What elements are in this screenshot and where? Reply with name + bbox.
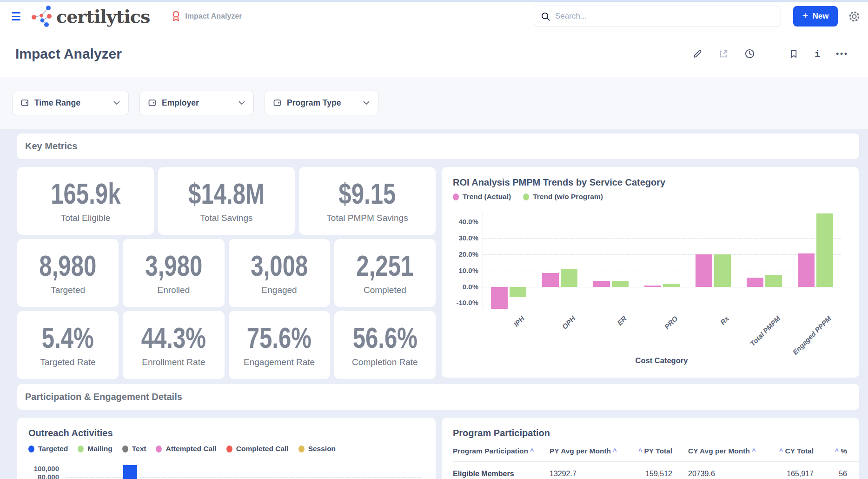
- history-clock-icon[interactable]: [744, 48, 755, 59]
- legend-label: Trend (Actual): [463, 193, 511, 201]
- filter-label: Program Type: [287, 98, 341, 108]
- plus-icon: +: [802, 11, 808, 21]
- column-header-cy-avg-per-month[interactable]: CY Avg per Month ^: [672, 447, 774, 455]
- search-box[interactable]: [534, 6, 781, 27]
- metric-label: Enrollment Rate: [142, 357, 205, 367]
- program-participation-table: Program Participation ^PY Avg per Month …: [453, 447, 860, 478]
- metric-cards-row: 165.9kTotal Eligible$14.8MTotal Savings$…: [17, 166, 436, 235]
- column-header-py-avg-per-month[interactable]: PY Avg per Month ^: [550, 447, 634, 455]
- metric-label: Completed: [364, 285, 406, 295]
- roi-gridline: [483, 287, 841, 287]
- metric-card: $9.15Total PMPM Savings: [298, 166, 436, 235]
- sort-caret-icon: ^: [779, 447, 783, 455]
- outreach-title: Outreach Activities: [28, 428, 424, 439]
- molecule-logo-icon: [29, 5, 53, 28]
- roi-bar-actual: [747, 278, 763, 286]
- info-icon[interactable]: i: [815, 48, 820, 60]
- roi-bar-actual: [542, 273, 559, 286]
- metric-value: 3,980: [145, 251, 202, 280]
- column-header-cy-total[interactable]: ^ CY Total: [774, 447, 814, 455]
- roi-chart-plot: 40.0%30.0%20.0%10.0%0.0%-10.0%: [483, 212, 841, 309]
- sort-caret-icon: ^: [530, 447, 534, 455]
- metric-label: Total Savings: [200, 213, 252, 223]
- roi-chart-panel: ROI Analysis PMPM Trends by Service Cate…: [441, 166, 860, 378]
- new-button[interactable]: + New: [793, 6, 838, 27]
- roi-bar-wo-program: [510, 287, 526, 298]
- settings-gear-icon[interactable]: [848, 10, 861, 23]
- column-header--[interactable]: ^ %: [814, 447, 847, 455]
- page-title: Impact Analyzer: [15, 46, 122, 62]
- filter-employer[interactable]: Employer: [139, 91, 254, 115]
- outreach-gridline: [66, 469, 421, 469]
- roi-bar-actual: [491, 287, 508, 309]
- roi-x-tick-label: OPH: [561, 314, 577, 331]
- roi-legend: Trend (Actual)Trend (w/o Program): [453, 193, 848, 201]
- program-participation-title: Program Participation: [453, 428, 859, 439]
- program-participation-panel: Program Participation Program Participat…: [441, 417, 860, 479]
- metric-cards: 165.9kTotal Eligible$14.8MTotal Savings$…: [17, 166, 436, 379]
- roi-x-tick-label: Engaged PPPM: [791, 314, 833, 356]
- metric-card: 3,008Engaged: [228, 239, 331, 307]
- filter-program-type[interactable]: Program Type: [265, 91, 378, 115]
- filter-label: Time Range: [34, 98, 80, 108]
- roi-bar-wo-program: [663, 284, 680, 287]
- column-label: CY Avg per Month: [688, 447, 750, 455]
- sort-caret-icon: ^: [613, 447, 616, 455]
- roi-y-tick-label: 40.0%: [453, 218, 478, 226]
- metric-card: 8,980Targeted: [17, 239, 119, 307]
- menu-hamburger-icon[interactable]: [12, 12, 23, 20]
- roi-gridline: [483, 238, 841, 239]
- row-value: 20739.6: [672, 470, 774, 478]
- metric-cards-row: 5.4%Targeted Rate44.3%Enrollment Rate75.…: [17, 311, 436, 379]
- roi-gridline: [483, 222, 841, 222]
- open-external-icon[interactable]: [718, 49, 729, 59]
- metric-label: Engaged: [262, 285, 297, 295]
- filter-label: Employer: [162, 98, 199, 108]
- roi-x-axis-title: Cost Category: [483, 356, 841, 365]
- legend-dot-icon: [226, 446, 232, 452]
- bookmark-icon[interactable]: [789, 49, 799, 59]
- metric-card: 75.6%Engagement Rate: [228, 311, 331, 379]
- roi-y-tick-label: -10.0%: [453, 299, 478, 306]
- more-ellipsis-icon[interactable]: •••: [836, 49, 848, 59]
- outreach-bar-targeted: [123, 465, 137, 479]
- metric-value: $9.15: [339, 179, 396, 208]
- metric-value: 2,251: [356, 251, 413, 280]
- legend-dot-icon: [78, 446, 84, 452]
- legend-label: Attempted Call: [166, 445, 216, 453]
- legend-item-completed-call: Completed Call: [226, 445, 289, 453]
- row-value: 159,512: [634, 470, 672, 478]
- outreach-chart-plot: 100,00080,000: [28, 464, 424, 479]
- table-row: Eligible Members13292.7159,51220739.6165…: [453, 470, 860, 478]
- metric-card: 2,251Completed: [334, 239, 436, 307]
- edit-pencil-icon[interactable]: [692, 49, 702, 59]
- outreach-legend: TargetedMailingTextAttempted CallComplet…: [28, 445, 424, 453]
- filter-time-range[interactable]: Time Range: [12, 91, 129, 115]
- row-value: 13292.7: [550, 470, 634, 478]
- roi-x-tick-label: ER: [616, 314, 628, 327]
- roi-gridline: [483, 303, 841, 303]
- breadcrumb-label: Impact Analyzer: [185, 12, 242, 20]
- brand-logo[interactable]: certilytics: [29, 5, 150, 28]
- roi-bar-actual: [593, 281, 610, 286]
- column-header-py-total[interactable]: ^ PY Total: [634, 447, 672, 455]
- column-label: PY Avg per Month: [550, 447, 611, 455]
- breadcrumb[interactable]: Impact Analyzer: [171, 11, 242, 22]
- section-title: Participation & Engagement Details: [25, 392, 182, 402]
- tag-icon: [148, 99, 157, 106]
- metric-value: 44.3%: [141, 323, 206, 353]
- metric-label: Total PMPM Savings: [326, 213, 408, 223]
- search-icon: [541, 12, 550, 21]
- legend-label: Session: [308, 445, 336, 453]
- roi-y-tick-label: 30.0%: [453, 234, 478, 242]
- column-label: CY Total: [785, 447, 814, 455]
- column-header-program-participation[interactable]: Program Participation ^: [453, 447, 550, 455]
- search-input[interactable]: [555, 12, 774, 21]
- row-value: 165,917: [774, 470, 814, 478]
- roi-bar-wo-program: [561, 269, 577, 287]
- metric-value: $14.8M: [188, 179, 265, 208]
- section-participation-details: Participation & Engagement Details: [17, 384, 860, 410]
- new-button-label: New: [812, 12, 828, 21]
- legend-label: Targeted: [38, 445, 68, 453]
- legend-dot-icon: [122, 446, 128, 452]
